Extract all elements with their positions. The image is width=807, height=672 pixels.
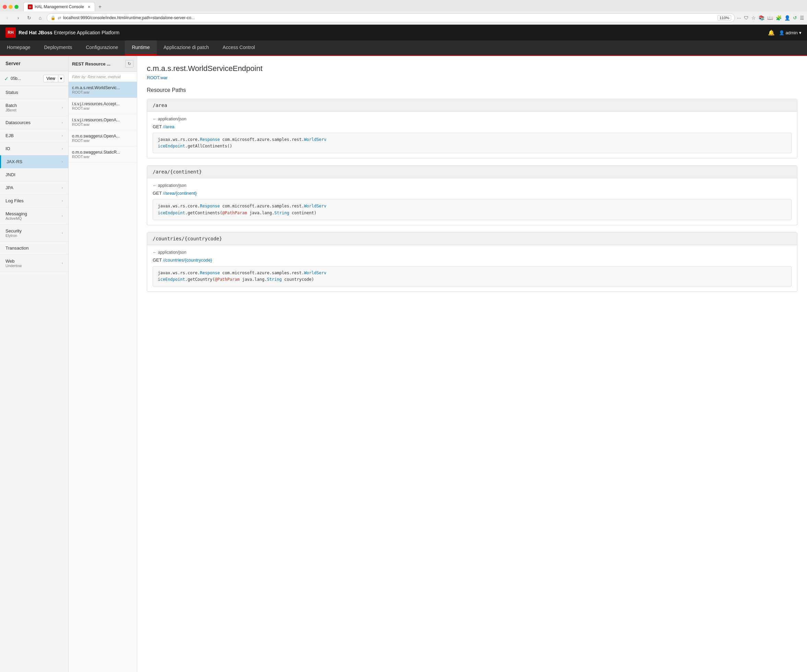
sidebar-item-jax-rs[interactable]: JAX-RS ›	[0, 155, 68, 168]
notifications-icon[interactable]: 🔔	[768, 30, 775, 36]
library-icon[interactable]: 📚	[759, 15, 764, 21]
sidebar-item-log-files[interactable]: Log Files ›	[0, 194, 68, 207]
chevron-right-icon: ›	[62, 261, 63, 265]
server-status: ✓ 05b...	[4, 75, 21, 82]
path-body-continent: ← application/json GET //area/{continent…	[147, 178, 797, 225]
app-title: Red Hat JBoss Enterprise Application Pla…	[18, 30, 120, 35]
address-bar[interactable]: 🔒 ⇄ localhost:9990/console/index.html#ru…	[46, 13, 735, 22]
nav-applicazione[interactable]: Applicazione di patch	[157, 40, 216, 55]
minimize-window-button[interactable]	[8, 5, 13, 9]
maximize-window-button[interactable]	[15, 5, 18, 9]
home-button[interactable]: ⌂	[36, 13, 45, 22]
browser-chrome: H HAL Management Console ✕ + ‹ › ↻ ⌂ 🔒 ⇄…	[0, 0, 807, 25]
nav-deployments[interactable]: Deployments	[37, 40, 79, 55]
code-block-country: javax.ws.rs.core.Response com.microsoft.…	[153, 266, 792, 286]
path-mime-area: ← application/json	[153, 117, 792, 121]
extension-icon[interactable]: 🧩	[776, 15, 782, 21]
account-icon[interactable]: 👤	[784, 15, 790, 21]
new-tab-button[interactable]: +	[96, 4, 104, 10]
chevron-right-icon: ›	[62, 106, 63, 109]
path-card-country: /countries/{countrycode} ← application/j…	[147, 232, 797, 292]
nav-homepage[interactable]: Homepage	[0, 40, 37, 55]
resource-item-4[interactable]: o.m.o.swaggerui.StaticR... ROOT.war	[69, 146, 137, 162]
close-window-button[interactable]	[3, 5, 7, 9]
browser-nav: ‹ › ↻ ⌂ 🔒 ⇄ localhost:9990/console/index…	[0, 11, 807, 24]
sidebar-item-status[interactable]: Status	[0, 86, 68, 99]
chevron-right-icon: ›	[62, 121, 63, 124]
status-icon: ✓	[4, 75, 8, 82]
view-button[interactable]: View ▾	[43, 75, 64, 82]
refresh-button[interactable]: ↻	[125, 60, 133, 68]
code-block-continent: javax.ws.rs.core.Response com.microsoft.…	[153, 199, 792, 220]
sidebar-item-jpa[interactable]: JPA ›	[0, 181, 68, 194]
chevron-right-icon: ›	[62, 199, 63, 203]
get-label: GET	[153, 124, 163, 129]
middle-panel: REST Resource ... ↻ Filter by: Rest name…	[69, 56, 137, 672]
endpoint-link[interactable]: ROOT.war	[147, 75, 797, 80]
chevron-right-icon: ›	[62, 134, 63, 137]
resource-item-0[interactable]: c.m.a.s.rest.WorldServic... ROOT.war	[69, 82, 137, 98]
chevron-right-icon: ›	[62, 231, 63, 235]
main-layout: Server ✓ 05b... View ▾ Status BatchJBere…	[0, 56, 807, 672]
sidebar-item-transaction[interactable]: Transaction	[0, 242, 68, 255]
path-header-country: /countries/{countrycode}	[147, 232, 797, 245]
sidebar-item-io[interactable]: IO ›	[0, 142, 68, 155]
path-mime-continent: ← application/json	[153, 183, 792, 188]
active-tab[interactable]: H HAL Management Console ✕	[23, 2, 95, 11]
sidebar-item-ejb[interactable]: EJB ›	[0, 129, 68, 142]
path-card-area: /area ← application/json GET //area java…	[147, 99, 797, 158]
sidebar-item-jndi[interactable]: JNDI	[0, 168, 68, 181]
code-block-area: javax.ws.rs.core.Response com.microsoft.…	[153, 133, 792, 153]
user-menu[interactable]: 👤 admin ▾	[779, 30, 802, 35]
view-dropdown-icon[interactable]: ▾	[58, 75, 64, 82]
resource-paths-title: Resource Paths	[147, 87, 797, 93]
resource-item-3[interactable]: o.m.o.swaggerui.OpenA... ROOT.war	[69, 130, 137, 146]
nav-configurazione[interactable]: Configurazione	[79, 40, 125, 55]
chevron-right-icon: ›	[62, 186, 63, 190]
sidebar-item-batch[interactable]: BatchJBeret ›	[0, 99, 68, 116]
nav-runtime[interactable]: Runtime	[125, 40, 156, 55]
get-link-continent[interactable]: //area/{continent}	[163, 190, 197, 196]
nav-access-control[interactable]: Access Control	[216, 40, 262, 55]
get-link-country[interactable]: //countries/{countrycode}	[163, 258, 212, 263]
tab-title: HAL Management Console	[35, 5, 84, 9]
browser-actions: ··· 🛡 ☆ 📚 📖 🧩 👤 ↺ ☰	[737, 15, 804, 21]
back-button[interactable]: ‹	[3, 13, 12, 22]
app-logo: RH Red Hat JBoss Enterprise Application …	[5, 27, 120, 38]
server-row: ✓ 05b... View ▾	[0, 71, 68, 86]
sidebar-item-messaging[interactable]: MessagingActiveMQ ›	[0, 207, 68, 225]
resource-item-1[interactable]: i.s.v.j.i.resources.Accept... ROOT.war	[69, 98, 137, 114]
resource-item-2[interactable]: i.s.v.j.i.resources.OpenA... ROOT.war	[69, 114, 137, 130]
app-header: RH Red Hat JBoss Enterprise Application …	[0, 25, 807, 40]
endpoint-title: c.m.a.s.rest.WorldServiceEndpoint	[147, 64, 797, 73]
bookmark-icon[interactable]: ☆	[751, 15, 756, 21]
username: admin	[786, 30, 798, 35]
tab-close-button[interactable]: ✕	[88, 5, 91, 9]
reload-button[interactable]: ↻	[25, 13, 34, 22]
logo-icon: RH	[5, 27, 16, 38]
get-label: GET	[153, 258, 163, 263]
middle-panel-header: REST Resource ... ↻	[69, 56, 137, 72]
sidebar-item-web[interactable]: WebUndertow ›	[0, 255, 68, 272]
sync-icon[interactable]: ↺	[793, 15, 797, 21]
sidebar-item-security[interactable]: SecurityElytron ›	[0, 225, 68, 242]
chevron-right-icon: ›	[62, 147, 63, 151]
more-options-button[interactable]: ···	[737, 15, 741, 21]
sidebar-item-datasources[interactable]: Datasources ›	[0, 116, 68, 129]
filter-input[interactable]: Filter by: Rest name, method	[69, 72, 137, 82]
path-mime-country: ← application/json	[153, 250, 792, 255]
main-nav: Homepage Deployments Configurazione Runt…	[0, 40, 807, 56]
get-link-area[interactable]: //area	[163, 124, 174, 129]
menu-icon[interactable]: ☰	[800, 15, 804, 21]
chevron-right-icon: ›	[62, 214, 63, 218]
zoom-level[interactable]: 110%	[717, 15, 731, 21]
get-label: GET	[153, 190, 163, 196]
user-dropdown-icon: ▾	[799, 30, 802, 35]
forward-button[interactable]: ›	[14, 13, 23, 22]
path-card-continent: /area/{continent} ← application/json GET…	[147, 165, 797, 225]
tab-bar: H HAL Management Console ✕ +	[0, 0, 807, 11]
shield-icon: 🛡	[744, 15, 749, 21]
reader-icon[interactable]: 📖	[767, 15, 773, 21]
address-text: localhost:9990/console/index.html#runtim…	[63, 15, 716, 20]
user-icon: 👤	[779, 30, 784, 35]
